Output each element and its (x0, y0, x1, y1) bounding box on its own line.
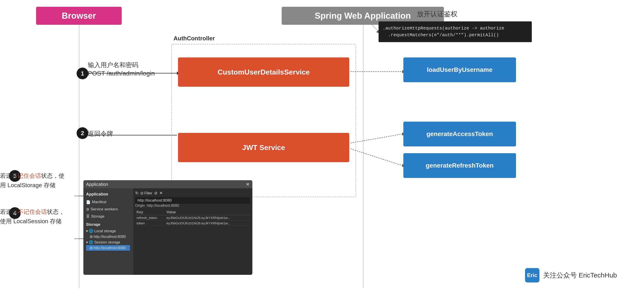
storage-icon: 🗄 (86, 214, 90, 218)
code-box: .authorizeHttpRequests(authorize -> auth… (378, 22, 532, 42)
table-row: refresh_token eyJhbGciOIJIUzI1NiJ9.eyJkY… (135, 215, 250, 220)
app-main-pane: ↻ ⊟ Filter ⊘ ✕ http://localhost:8080 Ori… (133, 188, 252, 275)
jwt-service: JWT Service (178, 133, 349, 162)
app-title: Application (86, 182, 108, 187)
step4-part3: 使用 LocalSession 存储 (0, 218, 62, 224)
toolbar-reload[interactable]: ↻ (135, 190, 138, 196)
row2-key: token (135, 220, 165, 226)
tree-session-host[interactable]: ⊞ http://localhost:8080 (86, 245, 130, 251)
jwt-service-label: JWT Service (242, 144, 285, 152)
sidebar-storage[interactable]: 🗄 Storage (86, 213, 130, 220)
toolbar-block[interactable]: ⊘ (154, 190, 158, 196)
eric-brand: Eric 关注公众号 EricTechHub (525, 268, 617, 282)
step3-block: 若选择记住会话状态，使 用 LocalStorage 存储 (0, 171, 74, 190)
service-workers-icon: ⚙ (86, 207, 89, 212)
local-host-icon: ⊞ (90, 234, 92, 239)
step2-label: 返回令牌 (88, 130, 113, 138)
app-sidebar: Application 📄 Manifest ⚙ Service workers… (83, 188, 133, 275)
tree-local-host[interactable]: ⊞ http://localhost:8080 (86, 234, 130, 240)
tree-local-storage[interactable]: ▾ 🌐 Local storage (86, 228, 130, 234)
app-sidebar-title: Application (86, 191, 130, 198)
code-snippet: .authorizeHttpRequests(authorize -> auth… (382, 26, 504, 38)
permit-label: 放开认证鉴权 (417, 10, 458, 19)
session-storage-icon: ▾ (86, 240, 88, 244)
svg-line-10 (350, 149, 402, 166)
session-host-label: http://localhost:8080 (94, 246, 126, 250)
step3-part2: 状态，使 (41, 172, 64, 179)
tree-session-storage[interactable]: ▾ 🌐 Session storage (86, 240, 130, 245)
eric-logo: Eric (525, 268, 540, 282)
custom-user-details-service: CustomUserDetailsService (178, 58, 349, 87)
sidebar-manifest[interactable]: 📄 Manifest (86, 198, 130, 206)
generate-refresh-label: generateRefreshToken (426, 162, 494, 169)
load-user-label: loadUserByUsername (427, 66, 492, 74)
row2-value: eyJhbGciOIJIUzI1NiJ9.eyJkYXRhIjoie1w... (165, 220, 250, 226)
browser-header: Browser (36, 7, 122, 25)
local-storage-label: 🌐 Local storage (89, 229, 116, 233)
spring-label: Spring Web Application (315, 11, 411, 21)
sidebar-manifest-label: Manifest (92, 200, 106, 204)
app-body: Application 📄 Manifest ⚙ Service workers… (83, 188, 252, 275)
storage-section-label: Storage (86, 222, 130, 227)
eric-logo-text: Eric (527, 272, 537, 278)
step4-block: 若选择不记住会话状态， 使用 LocalSession 存储 (0, 207, 74, 226)
storage-table: Key Value refresh_token eyJhbGciOIJIUzI1… (135, 210, 250, 226)
sidebar-service-workers[interactable]: ⚙ Service workers (86, 206, 130, 213)
row1-value: eyJhbGciOIJIUzI1NiJ9.eyJkYXRhIjoie1w... (165, 215, 250, 220)
step3-red: 记住会话 (18, 172, 41, 179)
custom-service-label: CustomUserDetailsService (218, 68, 310, 76)
app-screenshot: Application ✕ Application 📄 Manifest ⚙ S… (83, 180, 252, 275)
step3-part1: 若选择 (0, 172, 18, 179)
app-titlebar: Application ✕ (83, 180, 252, 188)
app-toolbar: ↻ ⊟ Filter ⊘ ✕ (135, 190, 250, 196)
local-storage-icon: ▾ (86, 229, 88, 233)
app-url-bar[interactable]: http://localhost:8080 (135, 197, 250, 204)
step3-part3: 用 LocalStorage 存储 (0, 182, 56, 188)
session-host-icon: ⊞ (90, 246, 92, 250)
step4-part1: 若选择 (0, 208, 18, 215)
step4-red: 不记住会话 (18, 208, 47, 215)
app-origin-row: Origin http://localhost:8080 (135, 204, 250, 208)
step4-part2: 状态， (47, 208, 64, 215)
table-row: token eyJhbGciOIJIUzI1NiJ9.eyJkYXRhIjoie… (135, 220, 250, 226)
browser-label: Browser (62, 11, 96, 21)
origin-value: http://localhost:8080 (147, 204, 179, 208)
step-badge-2: 2 (76, 127, 88, 139)
step1-label: 输入用户名和密码 (88, 61, 138, 70)
generate-refresh-token-box: generateRefreshToken (403, 153, 516, 178)
app-close-icon[interactable]: ✕ (246, 182, 250, 187)
manifest-icon: 📄 (86, 200, 90, 204)
auth-controller-label: AuthController (174, 35, 215, 42)
generate-access-token-box: generateAccessToken (403, 122, 516, 146)
svg-line-8 (350, 134, 402, 143)
sidebar-service-workers-label: Service workers (90, 207, 118, 212)
toolbar-clear[interactable]: ✕ (159, 190, 163, 196)
load-user-by-username-box: loadUserByUsername (403, 58, 516, 82)
diagram-container: Browser Spring Web Application 放开认证鉴权 .a… (0, 0, 644, 305)
local-host-label: http://localhost:8080 (94, 235, 126, 239)
generate-access-label: generateAccessToken (426, 130, 493, 138)
toolbar-filter[interactable]: ⊟ Filter (140, 191, 152, 195)
origin-key: Origin (135, 204, 146, 208)
col-key: Key (135, 210, 165, 215)
sidebar-storage-label: Storage (91, 214, 104, 219)
step1-post: POST /auth/admin/login (88, 70, 155, 77)
row1-key: refresh_token (135, 215, 165, 220)
step-badge-1: 1 (76, 68, 88, 79)
session-storage-label: 🌐 Session storage (89, 240, 120, 244)
col-value: Value (165, 210, 250, 215)
eric-brand-text: 关注公众号 EricTechHub (543, 271, 617, 280)
